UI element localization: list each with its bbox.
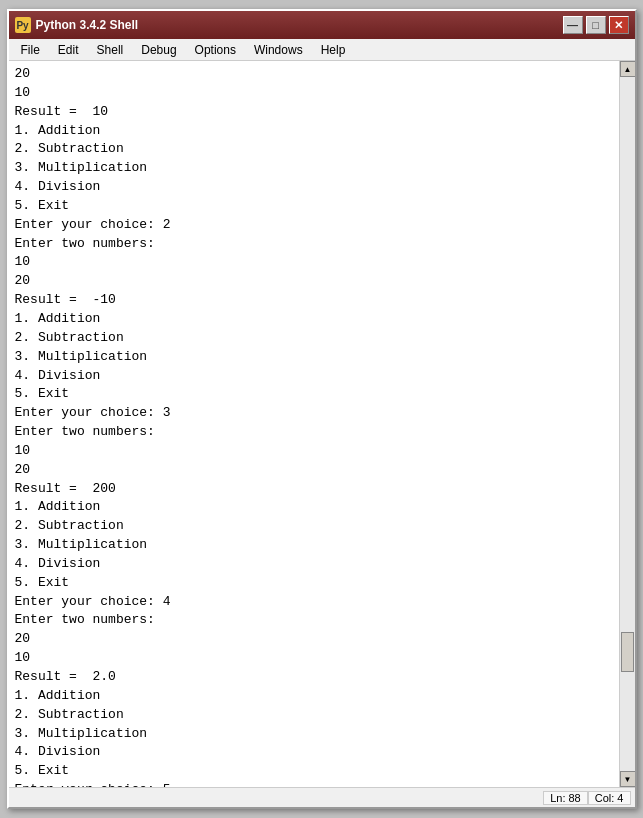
menu-bar: File Edit Shell Debug Options Windows He…	[9, 39, 635, 61]
menu-debug[interactable]: Debug	[133, 41, 184, 59]
window-controls: — □ ✕	[563, 16, 629, 34]
scroll-down-button[interactable]: ▼	[620, 771, 635, 787]
minimize-button[interactable]: —	[563, 16, 583, 34]
scroll-thumb[interactable]	[621, 632, 634, 672]
vertical-scrollbar[interactable]: ▲ ▼	[619, 61, 635, 787]
maximize-button[interactable]: □	[586, 16, 606, 34]
close-button[interactable]: ✕	[609, 16, 629, 34]
status-line: Ln: 88	[543, 791, 588, 805]
python-shell-window: Py Python 3.4.2 Shell — □ ✕ File Edit Sh…	[7, 9, 637, 809]
scroll-track[interactable]	[620, 77, 635, 771]
menu-file[interactable]: File	[13, 41, 48, 59]
status-col: Col: 4	[588, 791, 631, 805]
shell-output[interactable]: 20 10 Result = 10 1. Addition 2. Subtrac…	[9, 61, 619, 787]
window-icon: Py	[15, 17, 31, 33]
status-bar: Ln: 88 Col: 4	[9, 787, 635, 807]
menu-windows[interactable]: Windows	[246, 41, 311, 59]
scroll-up-button[interactable]: ▲	[620, 61, 635, 77]
menu-options[interactable]: Options	[187, 41, 244, 59]
title-bar: Py Python 3.4.2 Shell — □ ✕	[9, 11, 635, 39]
menu-edit[interactable]: Edit	[50, 41, 87, 59]
menu-help[interactable]: Help	[313, 41, 354, 59]
content-area: 20 10 Result = 10 1. Addition 2. Subtrac…	[9, 61, 635, 787]
menu-shell[interactable]: Shell	[89, 41, 132, 59]
window-title: Python 3.4.2 Shell	[36, 18, 563, 32]
